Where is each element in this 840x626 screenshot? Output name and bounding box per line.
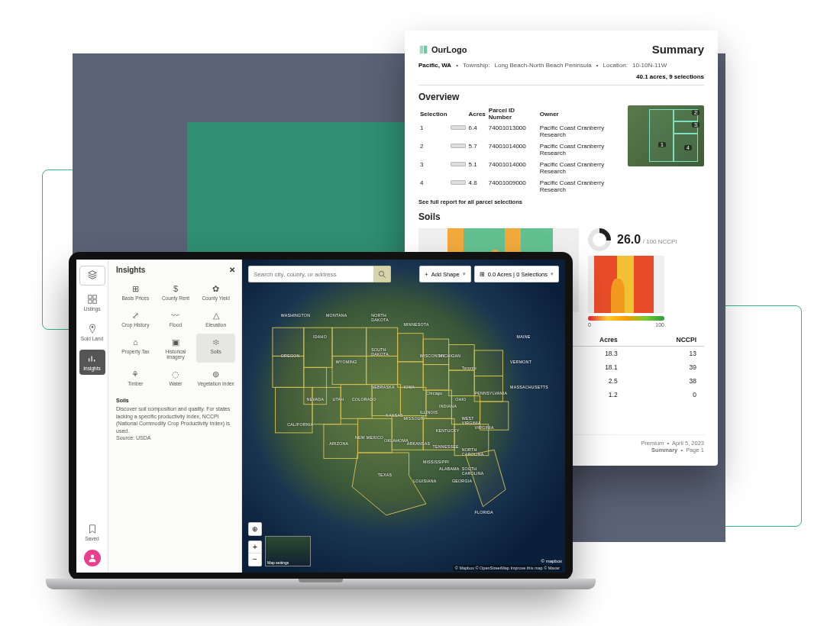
tile-historical-imagery[interactable]: ▣Historical Imagery bbox=[157, 334, 195, 363]
drop-icon: ◌ bbox=[170, 369, 181, 379]
plus-icon: + bbox=[425, 271, 428, 278]
logo-icon bbox=[418, 44, 429, 55]
user-avatar[interactable] bbox=[84, 550, 101, 566]
search-button[interactable] bbox=[374, 266, 391, 282]
overview-map-thumb: 1 2 3 4 bbox=[628, 105, 704, 166]
minimap[interactable]: Map settings bbox=[265, 536, 311, 566]
svg-rect-18 bbox=[424, 339, 450, 365]
grid-icon: ⊞ bbox=[480, 271, 485, 278]
nav-listings[interactable]: Listings bbox=[79, 290, 105, 315]
selection-status[interactable]: ⊞ 0.0 Acres | 0 Selections ▾ bbox=[474, 266, 559, 282]
chart-icon bbox=[87, 353, 98, 364]
table-row: 35.174001014000Pacific Coast Cranberry R… bbox=[418, 159, 620, 177]
svg-rect-19 bbox=[424, 365, 450, 391]
tile-description: Soils Discover soil composition and qual… bbox=[116, 397, 235, 442]
table-row: 25.774001014000Pacific Coast Cranberry R… bbox=[418, 140, 620, 159]
report-meta: Pacific, WA • Township: Long Beach-North… bbox=[418, 62, 704, 86]
table-row: 44.874001009000Pacific Coast Cranberry R… bbox=[418, 177, 620, 195]
chevron-down-icon: ▾ bbox=[551, 271, 554, 277]
township-label: Township: bbox=[463, 62, 490, 69]
tile-timber[interactable]: ⚘Timber bbox=[116, 366, 155, 389]
map-attribution: © Mapbox © OpenStreetMap Improve this ma… bbox=[453, 565, 562, 571]
tile-soils[interactable]: ፨Soils bbox=[196, 334, 235, 363]
add-shape-button[interactable]: + Add Shape ▾ bbox=[419, 266, 471, 282]
donut-icon bbox=[588, 228, 611, 251]
tile-basis-prices[interactable]: ⊞Basis Prices bbox=[116, 280, 155, 304]
overview-heading: Overview bbox=[418, 92, 704, 102]
gradient-labels: 0100 bbox=[588, 322, 664, 328]
bookmark-icon bbox=[87, 524, 98, 534]
gradient-legend bbox=[588, 316, 664, 321]
layers-button[interactable] bbox=[79, 266, 105, 286]
tile-property-tax[interactable]: ⌂Property Tax bbox=[116, 334, 155, 363]
laptop-base bbox=[46, 579, 596, 589]
grid-icon: ⊞ bbox=[130, 283, 141, 294]
logo-text: OurLogo bbox=[431, 45, 467, 54]
see-full-report-link[interactable]: See full report for all parcel selection… bbox=[418, 198, 620, 205]
location-primary: Pacific, WA bbox=[418, 62, 451, 69]
col-owner: Owner bbox=[538, 105, 620, 122]
globe-icon: ⊕ bbox=[252, 525, 258, 533]
col-acres: Acres bbox=[467, 105, 487, 122]
image-icon: ▣ bbox=[170, 337, 181, 347]
mapbox-logo: © mapbox bbox=[541, 559, 562, 563]
minimap-label: Map settings bbox=[267, 560, 289, 565]
history-icon: ⤢ bbox=[130, 310, 141, 321]
report-logo: OurLogo bbox=[418, 44, 467, 55]
svg-rect-22 bbox=[475, 350, 503, 376]
search-input[interactable] bbox=[248, 266, 374, 282]
loc-value: 10-10N-11W bbox=[632, 62, 667, 69]
tile-crop-history[interactable]: ⤢Crop History bbox=[116, 307, 155, 331]
svg-rect-8 bbox=[273, 328, 304, 357]
app-screen: Listings Sold Land Insights Saved bbox=[76, 260, 565, 573]
svg-rect-1 bbox=[424, 45, 427, 53]
grid-icon bbox=[87, 294, 98, 305]
user-icon bbox=[88, 553, 97, 563]
wave-icon: 〰 bbox=[170, 310, 181, 321]
tile-vegetation-index[interactable]: ⊚Vegetation Index bbox=[196, 366, 235, 389]
flower-icon: ✿ bbox=[211, 283, 221, 294]
map-canvas[interactable]: WASHINGTON OREGON IDAHO MONTANA NORTHDAK… bbox=[242, 260, 565, 573]
nav-sold-land[interactable]: Sold Land bbox=[79, 320, 105, 345]
close-panel-button[interactable]: ✕ bbox=[229, 266, 235, 274]
svg-rect-17 bbox=[398, 362, 424, 388]
col-nccpi: NCCPI bbox=[625, 334, 704, 347]
chevron-down-icon: ▾ bbox=[463, 271, 466, 277]
nav-insights[interactable]: Insights bbox=[79, 350, 105, 375]
nav-saved[interactable]: Saved bbox=[79, 520, 105, 545]
nccpi-sub: / 100 NCCPI bbox=[643, 238, 677, 245]
tile-flood[interactable]: 〰Flood bbox=[157, 307, 195, 331]
search-bar bbox=[248, 266, 391, 282]
svg-point-37 bbox=[379, 271, 383, 276]
globe-button[interactable]: ⊕ bbox=[248, 522, 262, 536]
tile-county-yield[interactable]: ✿County Yield bbox=[196, 280, 235, 304]
tree-icon: ⚘ bbox=[130, 369, 141, 379]
col-parcel: Parcel ID Number bbox=[487, 105, 538, 122]
soils-heading: Soils bbox=[418, 211, 704, 222]
nccpi-readout: 26.0 / 100 NCCPI bbox=[588, 228, 704, 251]
svg-rect-2 bbox=[88, 295, 91, 298]
tile-elevation[interactable]: △Elevation bbox=[196, 307, 235, 331]
dollar-icon: $ bbox=[170, 283, 181, 294]
svg-rect-27 bbox=[373, 385, 401, 416]
zoom-in-button[interactable]: + bbox=[249, 541, 261, 553]
svg-rect-3 bbox=[92, 295, 95, 298]
svg-rect-21 bbox=[449, 370, 475, 396]
house-icon: ⌂ bbox=[130, 337, 141, 347]
mountain-icon: △ bbox=[211, 310, 221, 321]
extent-summary: 40.1 acres, 9 selections bbox=[636, 73, 704, 80]
svg-rect-25 bbox=[312, 388, 341, 424]
zoom-out-button[interactable]: − bbox=[249, 553, 261, 566]
township-value: Long Beach-North Beach Peninsula bbox=[495, 62, 592, 69]
pin-icon bbox=[87, 324, 98, 334]
tile-water[interactable]: ◌Water bbox=[157, 366, 195, 389]
nccpi-heatmap bbox=[588, 256, 664, 313]
target-icon: ⊚ bbox=[211, 369, 221, 379]
svg-rect-0 bbox=[420, 45, 423, 53]
overview-table: Selection Acres Parcel ID Number Owner 1… bbox=[418, 105, 620, 205]
svg-rect-5 bbox=[92, 300, 95, 303]
svg-rect-15 bbox=[367, 357, 398, 385]
tile-county-rent[interactable]: $County Rent bbox=[157, 280, 195, 304]
laptop-mockup: Listings Sold Land Insights Saved bbox=[46, 252, 596, 603]
svg-rect-12 bbox=[332, 328, 367, 357]
